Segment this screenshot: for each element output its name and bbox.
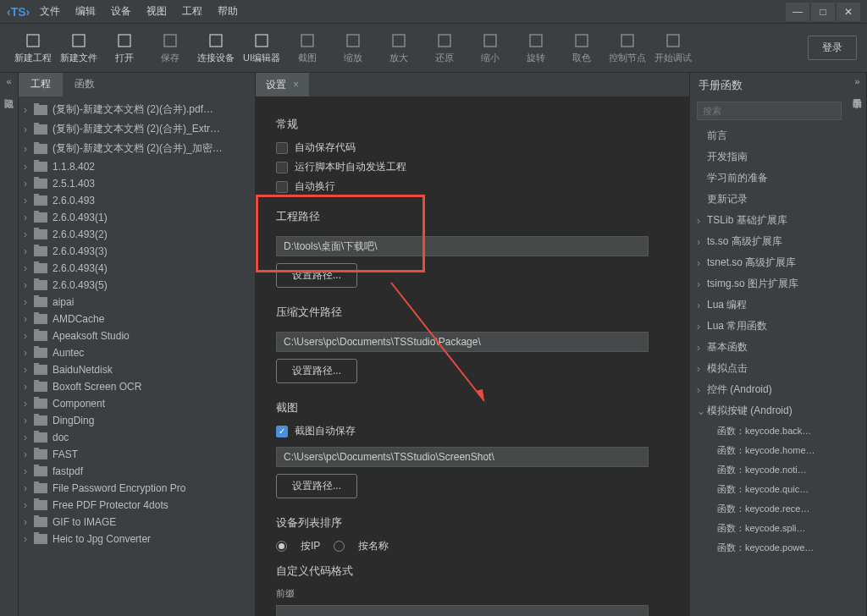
manual-tree: 前言开发指南学习前的准备更新记录›TSLib 基础扩展库›ts.so 高级扩展库… (690, 125, 848, 616)
manual-item[interactable]: ›TSLib 基础扩展库 (690, 210, 848, 231)
tool-连接设备[interactable]: 连接设备 (193, 32, 239, 64)
tree-item[interactable]: ›aipai (19, 294, 255, 311)
manual-item[interactable]: ›ts.so 高级扩展库 (690, 231, 848, 252)
tree-item[interactable]: ›File Password Encryption Pro (19, 480, 255, 497)
svg-rect-9 (439, 35, 450, 47)
close-button[interactable]: ✕ (837, 3, 860, 21)
manual-item[interactable]: ›控件 (Android) (690, 379, 848, 400)
tool-icon (665, 32, 682, 49)
svg-rect-14 (667, 35, 679, 47)
project-path-input[interactable] (276, 236, 649, 256)
maximize-button[interactable]: □ (811, 3, 835, 21)
tree-item[interactable]: ›2.5.1.403 (19, 175, 255, 192)
menu-设备[interactable]: 设备 (111, 4, 131, 19)
menu-文件[interactable]: 文件 (40, 4, 60, 19)
menu-编辑[interactable]: 编辑 (75, 4, 96, 19)
tool-新建文件[interactable]: 新建文件 (56, 32, 102, 64)
left-collapse[interactable]: « 隐藏 (0, 73, 19, 616)
chevron-right-icon: › (24, 245, 34, 257)
menu-工程[interactable]: 工程 (182, 4, 202, 19)
manual-item[interactable]: 前言 (690, 125, 848, 146)
set-screenshot-path-button[interactable]: 设置路径... (276, 474, 357, 498)
minimize-button[interactable]: — (786, 3, 809, 21)
tree-item[interactable]: ›fastpdf (19, 463, 255, 480)
tool-新建工程[interactable]: 新建工程 (10, 32, 56, 64)
left-tab-工程[interactable]: 工程 (19, 73, 63, 96)
checkbox-autosend[interactable] (276, 162, 288, 173)
manual-item[interactable]: ›Lua 常用函数 (690, 316, 848, 337)
tree-item[interactable]: ›2.6.0.493(2) (19, 226, 255, 243)
manual-item[interactable]: ⌄模拟按键 (Android) (690, 400, 848, 421)
tree-item[interactable]: ›Component (19, 395, 255, 412)
manual-item[interactable]: ›基本函数 (690, 337, 848, 358)
tree-item[interactable]: ›Boxoft Screen OCR (19, 378, 255, 395)
tree-item[interactable]: ›FAST (19, 446, 255, 463)
folder-icon (34, 195, 47, 206)
checkbox-screenshot-autosave[interactable]: ✓ (276, 426, 288, 437)
chevron-right-icon: › (24, 516, 34, 528)
checkbox-autosave[interactable] (276, 142, 288, 154)
folder-icon (34, 382, 47, 392)
tab-settings[interactable]: 设置 × (256, 73, 309, 96)
menu-帮助[interactable]: 帮助 (218, 4, 238, 19)
folder-icon (34, 466, 47, 476)
chevron-right-icon: › (24, 296, 34, 308)
package-path-input[interactable] (276, 332, 649, 352)
tool-打开[interactable]: 打开 (102, 32, 147, 64)
tree-item[interactable]: ›(复制)-新建文本文档 (2)(合并)_加密… (19, 139, 255, 158)
manual-item[interactable]: ›Lua 编程 (690, 294, 848, 316)
tool-缩小: 缩小 (467, 32, 513, 64)
menu-视图[interactable]: 视图 (146, 4, 167, 19)
checkbox-autowrap[interactable] (276, 181, 288, 193)
chevron-icon: › (697, 257, 707, 269)
manual-item[interactable]: 学习前的准备 (690, 168, 848, 189)
manual-item[interactable]: 更新记录 (690, 189, 848, 210)
set-package-path-button[interactable]: 设置路径... (276, 359, 357, 383)
manual-item[interactable]: 函数：keycode.spli… (690, 519, 848, 538)
tree-item[interactable]: ›2.6.0.493(3) (19, 243, 255, 260)
manual-item[interactable]: ›tsnet.so 高级扩展库 (690, 252, 848, 273)
window-buttons: —□✕ (786, 3, 860, 21)
tree-item[interactable]: ›GIF to IMAGE (19, 514, 255, 531)
left-tab-函数[interactable]: 函数 (63, 73, 107, 96)
screenshot-path-input[interactable] (276, 447, 649, 467)
search-input[interactable] (697, 102, 842, 120)
folder-icon (34, 105, 47, 115)
manual-heading: 手册函数 (690, 73, 848, 98)
chevron-right-icon: › (24, 161, 34, 173)
set-project-path-button[interactable]: 设置路径... (276, 263, 357, 288)
right-collapse[interactable]: » 手册函数 (848, 73, 867, 616)
highlight-box (256, 195, 425, 272)
tool-UI编辑器[interactable]: UI编辑器 (239, 32, 284, 64)
tree-item[interactable]: ›1.1.8.402 (19, 158, 255, 175)
tree-item[interactable]: ›2.6.0.493(5) (19, 277, 255, 294)
tree-item[interactable]: ›AMDCache (19, 311, 255, 327)
manual-item[interactable]: 开发指南 (690, 146, 848, 168)
tree-item[interactable]: ›2.6.0.493 (19, 192, 255, 209)
manual-item[interactable]: 函数：keycode.noti… (690, 460, 848, 480)
manual-item[interactable]: 函数：keycode.back… (690, 421, 848, 441)
tree-item[interactable]: ›2.6.0.493(1) (19, 209, 255, 226)
tree-item[interactable]: ›(复制)-新建文本文档 (2)(合并)_Extr… (19, 119, 255, 139)
manual-item[interactable]: 函数：keycode.home… (690, 441, 848, 460)
close-icon[interactable]: × (293, 79, 299, 91)
tree-item[interactable]: ›(复制)-新建文本文档 (2)(合并).pdf… (19, 100, 255, 119)
manual-item[interactable]: ›tsimg.so 图片扩展库 (690, 273, 848, 294)
manual-item[interactable]: 函数：keycode.quic… (690, 480, 848, 499)
prefix-input[interactable] (276, 605, 649, 616)
tree-item[interactable]: ›Apeaksoft Studio (19, 327, 255, 344)
tree-item[interactable]: ›2.6.0.493(4) (19, 260, 255, 277)
manual-item[interactable]: 函数：keycode.powe… (690, 538, 848, 558)
radio-sort-name[interactable] (334, 541, 345, 552)
tree-item[interactable]: ›Free PDF Protector 4dots (19, 497, 255, 514)
tree-item[interactable]: ›doc (19, 429, 255, 446)
tree-item[interactable]: ›Auntec (19, 344, 255, 361)
radio-sort-ip[interactable] (276, 541, 287, 552)
manual-item[interactable]: ›模拟点击 (690, 358, 848, 379)
chevron-right-icon: › (24, 415, 34, 426)
tree-item[interactable]: ›DingDing (19, 412, 255, 429)
tree-item[interactable]: ›BaiduNetdisk (19, 361, 255, 378)
tree-item[interactable]: ›Heic to Jpg Converter (19, 531, 255, 547)
login-button[interactable]: 登录 (808, 36, 857, 60)
manual-item[interactable]: 函数：keycode.rece… (690, 499, 848, 519)
